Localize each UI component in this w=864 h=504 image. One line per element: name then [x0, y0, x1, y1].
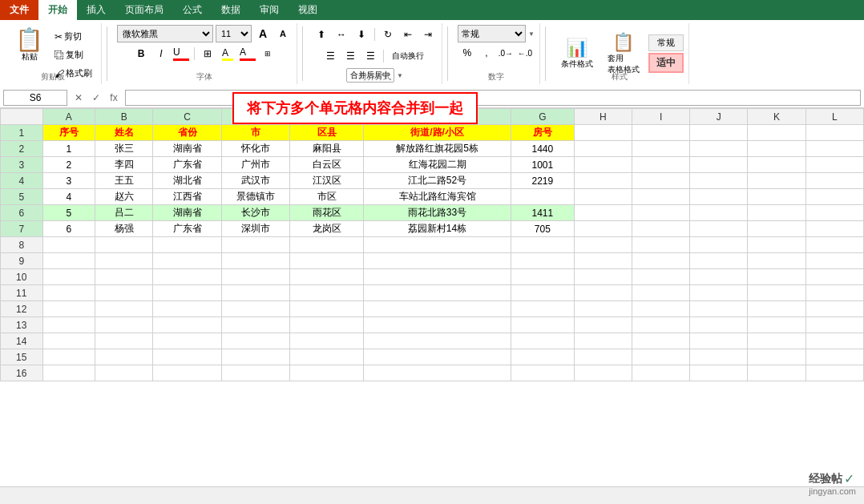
row-num-3[interactable]: 3 — [1, 157, 43, 173]
border-button[interactable]: ⊞ — [199, 45, 216, 62]
cell-r4-c0[interactable]: 3 — [42, 173, 95, 189]
empty-cell-4-11[interactable] — [805, 173, 863, 189]
empty-cell-11-5[interactable] — [364, 285, 511, 301]
empty-cell-16-3[interactable] — [221, 365, 289, 381]
empty-cell-11-2[interactable] — [153, 285, 221, 301]
cell-r3-c0[interactable]: 2 — [42, 157, 95, 173]
empty-cell-5-10[interactable] — [748, 189, 805, 205]
empty-cell-13-10[interactable] — [748, 317, 805, 333]
header-cell-6[interactable]: 房号 — [511, 125, 574, 141]
empty-cell-13-3[interactable] — [221, 317, 289, 333]
header-cell-1[interactable]: 姓名 — [95, 125, 153, 141]
empty-cell-10-5[interactable] — [364, 269, 511, 285]
row-num-7[interactable]: 7 — [1, 221, 43, 237]
cell-r4-c2[interactable]: 湖北省 — [153, 173, 221, 189]
row-num-12[interactable]: 12 — [1, 301, 43, 317]
empty-cell-10-4[interactable] — [290, 269, 364, 285]
tab-data[interactable]: 数据 — [212, 0, 250, 20]
empty-cell-8-7[interactable] — [574, 237, 632, 253]
align-bottom-button[interactable]: ⬇ — [353, 26, 370, 43]
empty-cell-8-10[interactable] — [748, 237, 805, 253]
empty-cell-12-6[interactable] — [511, 301, 574, 317]
empty-cell-11-0[interactable] — [42, 285, 95, 301]
empty-cell-6-9[interactable] — [690, 205, 748, 221]
cell-r6-c2[interactable]: 湖南省 — [153, 205, 221, 221]
header-cell-0[interactable]: 序号 — [42, 125, 95, 141]
empty-cell-12-8[interactable] — [632, 301, 689, 317]
font-name-select[interactable]: 微软雅黑 — [117, 25, 213, 42]
font-increase-button[interactable]: A — [254, 25, 272, 42]
cell-r5-c4[interactable]: 市区 — [290, 189, 364, 205]
align-left-button[interactable]: ☰ — [321, 47, 339, 65]
col-header-i[interactable]: I — [632, 109, 689, 125]
empty-cell-2-9[interactable] — [690, 141, 748, 157]
empty-cell-9-2[interactable] — [153, 253, 221, 269]
italic-button[interactable]: I — [152, 45, 170, 62]
empty-cell-3-11[interactable] — [805, 157, 863, 173]
empty-cell-11-10[interactable] — [748, 285, 805, 301]
cell-r2-c3[interactable]: 怀化市 — [221, 141, 289, 157]
row-num-15[interactable]: 15 — [1, 349, 43, 365]
indent-increase-button[interactable]: ⇥ — [419, 26, 437, 43]
empty-cell-11-6[interactable] — [511, 285, 574, 301]
cell-r7-c5[interactable]: 荔园新村14栋 — [364, 221, 511, 237]
tab-file[interactable]: 文件 — [0, 0, 38, 20]
empty-cell-10-3[interactable] — [221, 269, 289, 285]
empty-cell-8-9[interactable] — [690, 237, 748, 253]
empty-cell-15-4[interactable] — [290, 349, 364, 365]
empty-cell-3-8[interactable] — [632, 157, 689, 173]
empty-cell-9-1[interactable] — [95, 253, 153, 269]
empty-cell-16-6[interactable] — [511, 365, 574, 381]
empty-cell-11-1[interactable] — [95, 285, 153, 301]
number-format-dropdown[interactable]: ▼ — [528, 30, 535, 38]
empty-cell-5-7[interactable] — [574, 189, 632, 205]
cell-r4-c5[interactable]: 江北二路52号 — [364, 173, 511, 189]
empty-cell-15-9[interactable] — [690, 349, 748, 365]
empty-cell-16-9[interactable] — [690, 365, 748, 381]
empty-cell-6-7[interactable] — [574, 205, 632, 221]
empty-cell-13-5[interactable] — [364, 317, 511, 333]
empty-cell-1-11[interactable] — [805, 125, 863, 141]
cell-r4-c1[interactable]: 王五 — [95, 173, 153, 189]
cell-r6-c6[interactable]: 1411 — [511, 205, 574, 221]
bold-button[interactable]: B — [132, 45, 150, 62]
col-header-b[interactable]: B — [95, 109, 153, 125]
percent-button[interactable]: % — [458, 44, 476, 62]
empty-cell-15-1[interactable] — [95, 349, 153, 365]
cell-reference-input[interactable] — [3, 90, 67, 106]
cell-r7-c0[interactable]: 6 — [42, 221, 95, 237]
empty-cell-10-11[interactable] — [805, 269, 863, 285]
empty-cell-10-2[interactable] — [153, 269, 221, 285]
align-center-button[interactable]: ☰ — [341, 47, 359, 65]
empty-cell-7-8[interactable] — [632, 221, 689, 237]
empty-cell-14-4[interactable] — [290, 333, 364, 349]
empty-cell-9-10[interactable] — [748, 253, 805, 269]
empty-cell-7-11[interactable] — [805, 221, 863, 237]
cell-r7-c4[interactable]: 龙岗区 — [290, 221, 364, 237]
font-ext-button[interactable]: ⊞ — [259, 45, 277, 62]
empty-cell-14-6[interactable] — [511, 333, 574, 349]
empty-cell-14-2[interactable] — [153, 333, 221, 349]
font-size-select[interactable]: 11 — [216, 25, 252, 42]
empty-cell-13-2[interactable] — [153, 317, 221, 333]
empty-cell-15-6[interactable] — [511, 349, 574, 365]
underline-button[interactable]: U — [172, 45, 190, 62]
col-header-a[interactable]: A — [42, 109, 95, 125]
tab-view[interactable]: 视图 — [289, 0, 327, 20]
tab-page-layout[interactable]: 页面布局 — [115, 0, 173, 20]
empty-cell-15-0[interactable] — [42, 349, 95, 365]
empty-cell-13-9[interactable] — [690, 317, 748, 333]
empty-cell-14-1[interactable] — [95, 333, 153, 349]
cell-r3-c5[interactable]: 红海花园二期 — [364, 157, 511, 173]
empty-cell-13-1[interactable] — [95, 317, 153, 333]
empty-cell-13-4[interactable] — [290, 317, 364, 333]
decrease-decimal-button[interactable]: ←.0 — [516, 44, 534, 62]
cell-r5-c2[interactable]: 江西省 — [153, 189, 221, 205]
cell-r7-c1[interactable]: 杨强 — [95, 221, 153, 237]
empty-cell-4-9[interactable] — [690, 173, 748, 189]
align-top-button[interactable]: ⬆ — [313, 26, 330, 43]
empty-cell-9-7[interactable] — [574, 253, 632, 269]
formula-cancel-button[interactable]: ✕ — [71, 90, 87, 106]
empty-cell-9-5[interactable] — [364, 253, 511, 269]
empty-cell-14-3[interactable] — [221, 333, 289, 349]
